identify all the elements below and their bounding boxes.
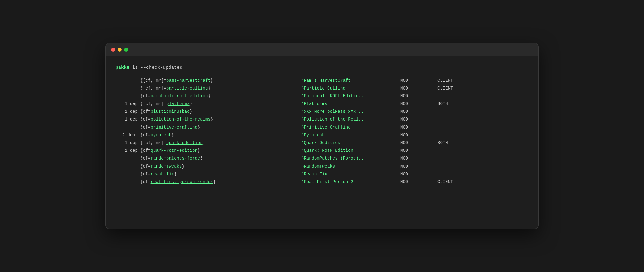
pkg-suffix: }	[190, 109, 192, 114]
mod-type: MOD	[400, 147, 437, 155]
table-row: {cf=reach-fix}^Reach FixMOD	[115, 170, 529, 178]
pkg-name[interactable]: plusticminusbad	[151, 109, 190, 114]
package-list: {[cf, mr]=pams-harvestcraft}^Pam's Harve…	[115, 77, 529, 186]
pkg-suffix: }	[208, 94, 210, 99]
pkg-suffix: }	[208, 86, 210, 91]
pkg-suffix: }	[213, 179, 215, 184]
pkg-prefix: {cf=	[140, 94, 151, 99]
package-id: {cf=quark-rotn-edition}	[140, 147, 301, 155]
table-row: {[cf, mr]=particle-culling}^Particle Cul…	[115, 85, 529, 92]
close-dot[interactable]	[111, 48, 115, 52]
package-id: {cf=real-first-person-render}	[140, 178, 301, 186]
pkg-prefix: {cf=	[140, 179, 151, 184]
package-id: {cf=primitive-crafting}	[140, 124, 301, 131]
maximize-dot[interactable]	[124, 48, 128, 52]
pkg-suffix: }	[172, 133, 174, 138]
display-name: ^xXx_MoreToolMats_xXx ...	[301, 108, 400, 116]
dep-count: 2 deps	[115, 131, 140, 139]
display-name: ^Platforms	[301, 100, 400, 108]
mod-side: CLIENT	[437, 77, 475, 85]
display-name: ^RandomPatches (Forge)...	[301, 155, 400, 162]
mod-type: MOD	[400, 108, 437, 116]
table-row: {cf=randomtweaks}^RandomTweaksMOD	[115, 163, 529, 170]
pkg-name[interactable]: platforms	[166, 101, 190, 106]
pkg-name[interactable]: quark-oddities	[166, 140, 203, 145]
terminal-window: pakku ls --check-updates {[cf, mr]=pams-…	[105, 43, 539, 229]
mod-type: MOD	[400, 85, 437, 92]
pkg-suffix: }	[174, 172, 176, 177]
mod-type: MOD	[400, 77, 437, 85]
pkg-suffix: }	[198, 125, 200, 130]
dep-count: 1 dep	[115, 139, 140, 147]
mod-side: BOTH	[437, 139, 475, 147]
table-row: 1 dep{cf=quark-rotn-edition}^Quark: RotN…	[115, 147, 529, 155]
dep-count: 1 dep	[115, 108, 140, 116]
pkg-name[interactable]: patchouli-rofl-edition	[151, 94, 208, 99]
pkg-suffix: }	[182, 164, 184, 169]
display-name: ^Patchouli ROFL Editio...	[301, 92, 400, 100]
pkg-prefix: {[cf, mr]=	[140, 101, 166, 106]
mod-side: BOTH	[437, 100, 475, 108]
table-row: {[cf, mr]=pams-harvestcraft}^Pam's Harve…	[115, 77, 529, 85]
mod-type: MOD	[400, 139, 437, 147]
mod-type: MOD	[400, 100, 437, 108]
dep-count: 1 dep	[115, 100, 140, 108]
mod-type: MOD	[400, 131, 437, 139]
mod-side: CLIENT	[437, 178, 475, 186]
table-row: 1 dep{cf=pollution-of-the-realms}^Pollut…	[115, 116, 529, 123]
table-row: 1 dep{cf=plusticminusbad}^xXx_MoreToolMa…	[115, 108, 529, 116]
mod-type: MOD	[400, 178, 437, 186]
mod-type: MOD	[400, 116, 437, 123]
table-row: {cf=patchouli-rofl-edition}^Patchouli RO…	[115, 92, 529, 100]
display-name: ^Reach Fix	[301, 170, 400, 178]
package-id: {[cf, mr]=platforms}	[140, 100, 301, 108]
pkg-name[interactable]: reach-fix	[151, 172, 174, 177]
display-name: ^Quark Oddities	[301, 139, 400, 147]
pkg-suffix: }	[203, 140, 205, 145]
table-row: {cf=real-first-person-render}^Real First…	[115, 178, 529, 186]
pkg-name[interactable]: quark-rotn-edition	[151, 148, 198, 153]
pkg-suffix: }	[211, 78, 213, 83]
package-id: {cf=patchouli-rofl-edition}	[140, 92, 301, 100]
package-id: {cf=pollution-of-the-realms}	[140, 116, 301, 123]
display-name: ^Quark: RotN Edition	[301, 147, 400, 155]
display-name: ^Pam's HarvestCraft	[301, 77, 400, 85]
display-name: ^RandomTweaks	[301, 163, 400, 170]
pkg-name[interactable]: primitive-crafting	[151, 125, 198, 130]
package-id: {[cf, mr]=particle-culling}	[140, 85, 301, 92]
pkg-prefix: {[cf, mr]=	[140, 78, 166, 83]
minimize-dot[interactable]	[118, 48, 122, 52]
package-id: {cf=randomtweaks}	[140, 163, 301, 170]
pkg-prefix: {cf=	[140, 148, 151, 153]
display-name: ^Particle Culling	[301, 85, 400, 92]
table-row: {cf=primitive-crafting}^Primitive Crafti…	[115, 124, 529, 131]
display-name: ^Pyrotech	[301, 131, 400, 139]
pkg-name[interactable]: pyrotech	[151, 133, 172, 138]
command-text: ls --check-updates	[132, 65, 182, 70]
pkg-prefix: {cf=	[140, 164, 151, 169]
pkg-suffix: }	[211, 117, 213, 122]
pkg-prefix: {cf=	[140, 156, 151, 161]
titlebar	[106, 43, 538, 56]
pkg-name[interactable]: randompatches-forge	[151, 156, 200, 161]
pkg-name[interactable]: randomtweaks	[151, 164, 182, 169]
display-name: ^Real First Person 2	[301, 178, 400, 186]
pkg-name[interactable]: pams-harvestcraft	[166, 78, 211, 83]
pkg-name[interactable]: real-first-person-render	[151, 179, 213, 184]
display-name: ^Primitive Crafting	[301, 124, 400, 131]
display-name: ^Pollution of the Real...	[301, 116, 400, 123]
pkg-name[interactable]: particle-culling	[166, 86, 208, 91]
table-row: 1 dep{[cf, mr]=quark-oddities}^Quark Odd…	[115, 139, 529, 147]
mod-side: CLIENT	[437, 85, 475, 92]
dep-count: 1 dep	[115, 147, 140, 155]
terminal-body: pakku ls --check-updates {[cf, mr]=pams-…	[106, 56, 538, 193]
mod-type: MOD	[400, 170, 437, 178]
pkg-prefix: {[cf, mr]=	[140, 140, 166, 145]
pkg-prefix: {cf=	[140, 133, 151, 138]
mod-type: MOD	[400, 163, 437, 170]
pkg-suffix: }	[190, 101, 192, 106]
table-row: 1 dep{[cf, mr]=platforms}^PlatformsMODBO…	[115, 100, 529, 108]
pkg-name[interactable]: pollution-of-the-realms	[151, 117, 211, 122]
table-row: 2 deps{cf=pyrotech}^PyrotechMOD	[115, 131, 529, 139]
pkg-suffix: }	[198, 148, 200, 153]
